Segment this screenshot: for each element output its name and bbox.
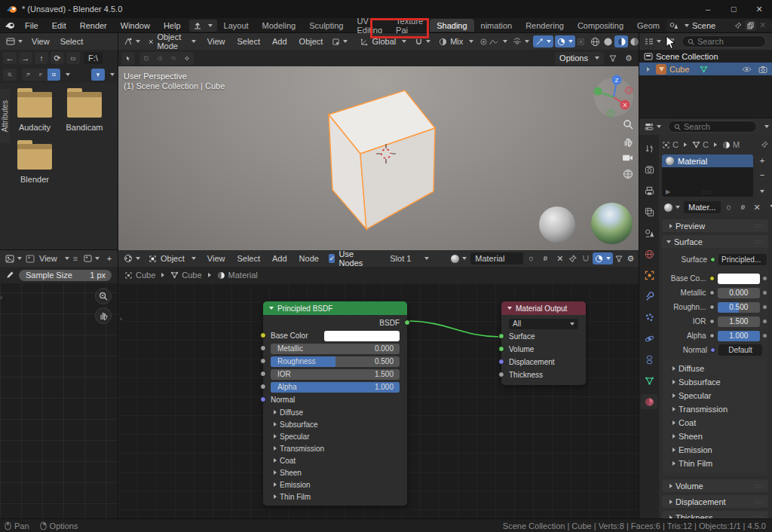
navigation-gizmo[interactable]: Z X	[592, 74, 636, 118]
shading-solid-icon[interactable]	[602, 37, 614, 47]
tab-world-icon[interactable]	[641, 246, 657, 261]
base-color-swatch[interactable]	[718, 274, 761, 284]
panel-surface-header[interactable]: Surface::::	[662, 235, 768, 248]
region-expand-arrow[interactable]: ›	[0, 294, 2, 301]
decorator-dot[interactable]	[763, 277, 767, 280]
subpanel-subsurface[interactable]: Subsurface	[663, 375, 767, 389]
tab-animation[interactable]: nimation	[474, 20, 519, 32]
select-box-icon[interactable]	[139, 52, 153, 65]
tab-geometry-nodes[interactable]: Geom	[630, 20, 666, 32]
new-scene-copy-icon[interactable]	[745, 20, 756, 31]
ortho-grid-icon[interactable]	[623, 169, 633, 179]
filter-icon[interactable]	[606, 55, 620, 62]
overlays-toggle[interactable]	[533, 35, 553, 47]
vertical-list-icon[interactable]	[22, 69, 35, 81]
metallic-slider[interactable]: 0.000	[718, 288, 761, 298]
tab-object-data-icon[interactable]	[641, 373, 657, 388]
select-circle-icon[interactable]	[153, 52, 167, 65]
tab-output-icon[interactable]	[641, 183, 657, 198]
alpha-slider[interactable]: 1.000	[718, 331, 761, 341]
socket-alpha[interactable]	[260, 384, 266, 390]
tab-physics-icon[interactable]	[641, 331, 657, 346]
select-lasso-icon[interactable]	[167, 52, 180, 65]
mesh-data-icon[interactable]	[692, 141, 700, 148]
path-field[interactable]: F:\	[84, 52, 103, 64]
section-specular[interactable]: Specular	[263, 430, 407, 442]
ior-slider[interactable]: IOR1.500	[271, 369, 400, 380]
editor-type-button[interactable]	[121, 35, 142, 47]
slot-list-grip[interactable]: ::::	[703, 188, 712, 195]
eyedropper-icon[interactable]	[3, 271, 17, 280]
shading-material-preview-icon[interactable]	[614, 35, 628, 47]
hamburger-menu-icon[interactable]: ≡	[73, 254, 78, 263]
tab-modifiers-icon[interactable]	[641, 289, 657, 304]
tab-material-icon[interactable]	[641, 394, 657, 409]
refresh-icon[interactable]: ⟳	[51, 52, 64, 64]
tab-shading[interactable]: Shading	[430, 19, 473, 32]
subpanel-specular[interactable]: Specular	[663, 389, 767, 402]
pin-icon[interactable]	[734, 22, 742, 29]
decorator-dot[interactable]	[763, 334, 767, 338]
file-item[interactable]: Blender	[10, 144, 60, 184]
subpanel-emission[interactable]: Emission	[663, 443, 767, 457]
fake-user-shield-icon[interactable]	[525, 252, 538, 264]
breadcrumb-object[interactable]: C	[672, 140, 679, 149]
target-dropdown[interactable]: All	[509, 319, 578, 329]
browse-material-button[interactable]	[449, 252, 469, 264]
unlink-material-icon[interactable]: ✕	[751, 201, 764, 213]
outliner-row-cube[interactable]: Cube	[639, 63, 772, 75]
subpanel-sheen[interactable]: Sheen	[663, 430, 767, 443]
nodetree-filter-button[interactable]	[767, 201, 772, 213]
socket-thickness[interactable]	[498, 371, 504, 378]
up-directory-icon[interactable]: ↑	[35, 52, 48, 64]
tab-scene-icon[interactable]	[641, 225, 657, 240]
filter-icon[interactable]	[91, 69, 105, 81]
slot-specials-button[interactable]	[756, 186, 768, 197]
tab-particles-icon[interactable]	[641, 310, 657, 325]
section-thin-film[interactable]: Thin Film	[263, 491, 407, 503]
normal-value[interactable]: Default	[718, 344, 762, 356]
panel-preview[interactable]: Preview::::	[662, 219, 768, 232]
browse-image-button[interactable]	[81, 252, 102, 264]
export-button[interactable]	[189, 20, 217, 32]
menu-select[interactable]: Select	[56, 37, 88, 46]
gear-icon[interactable]: ⚙	[626, 254, 636, 264]
expand-icon[interactable]	[647, 67, 650, 72]
socket-ior[interactable]	[260, 371, 266, 377]
tab-tool-icon[interactable]	[641, 141, 657, 156]
sample-size-slider[interactable]: Sample Size 1 px	[19, 270, 112, 281]
proportional-falloff-dropdown[interactable]: Mix	[434, 35, 478, 47]
forward-icon[interactable]: →	[19, 52, 32, 64]
socket-bsdf-output[interactable]	[404, 320, 410, 326]
menu-view[interactable]: View	[27, 37, 54, 46]
slot-list-expand-icon[interactable]: ▶	[666, 188, 670, 195]
socket-metallic[interactable]	[260, 345, 266, 351]
properties-search[interactable]: Search	[668, 121, 757, 133]
socket-surface[interactable]	[498, 333, 504, 339]
file-item[interactable]: Bandicam	[60, 92, 109, 132]
transform-pivot-dropdown[interactable]	[329, 35, 350, 47]
material-icon[interactable]	[722, 141, 731, 149]
slot-dropdown[interactable]: Slot 1	[385, 252, 444, 264]
panel-grip[interactable]: ::::	[754, 482, 764, 489]
properties-options-chevron-icon[interactable]	[764, 125, 769, 128]
socket-normal[interactable]	[260, 396, 266, 402]
socket-base-color[interactable]	[260, 332, 266, 338]
copy-datablock-icon[interactable]	[737, 201, 749, 213]
material-name-field[interactable]: Mater...	[684, 201, 721, 213]
tab-view-layer-icon[interactable]	[641, 204, 657, 219]
proportional-editing-icon[interactable]	[479, 38, 488, 46]
socket-roughness[interactable]	[260, 358, 266, 364]
unlink-material-icon[interactable]: ✕	[553, 252, 566, 264]
zoom-in-button[interactable]	[95, 288, 112, 304]
add-slot-button[interactable]: +	[756, 154, 768, 167]
shading-wireframe-icon[interactable]	[589, 37, 602, 47]
fake-user-shield-icon[interactable]	[722, 201, 735, 213]
subpanel-thin-film[interactable]: Thin Film	[663, 457, 767, 470]
thumbnail-view-icon[interactable]	[47, 69, 60, 81]
attributes-side-tab[interactable]: Attributes	[0, 89, 10, 143]
editor-type-button[interactable]	[3, 35, 26, 47]
subpanel-transmission[interactable]: Transmission	[663, 402, 767, 416]
editor-type-button[interactable]	[642, 121, 663, 133]
subpanel-coat[interactable]: Coat	[663, 416, 767, 430]
